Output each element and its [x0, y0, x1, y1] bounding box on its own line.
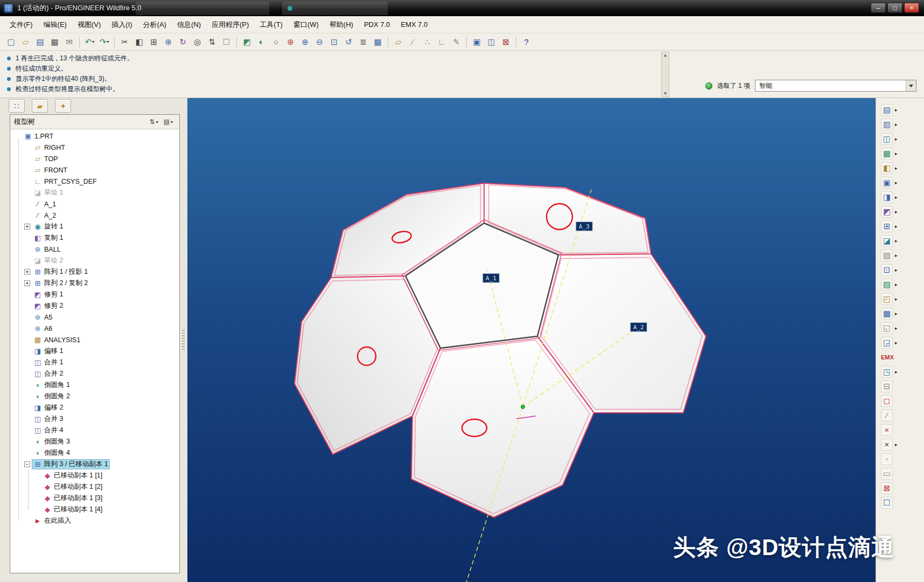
flyout-arrow-icon[interactable]: ▸	[895, 369, 898, 375]
undo-button[interactable]: ↶▾	[83, 36, 96, 48]
context-help-button[interactable]: ?	[520, 36, 533, 48]
tree-item[interactable]: ◩修剪 1	[10, 289, 179, 300]
new-file-button[interactable]: ▢	[4, 36, 18, 48]
right-tool-button[interactable]: ◻	[881, 395, 893, 407]
flyout-arrow-icon[interactable]: ▸	[895, 107, 898, 113]
tree-item[interactable]: ◫合并 3	[10, 413, 179, 425]
tree-item[interactable]: ►在此插入	[10, 515, 179, 526]
menu-item-11[interactable]: EMX 7.0	[395, 18, 433, 31]
shaded-view-button[interactable]: ◐	[255, 36, 268, 48]
axis-label-a3[interactable]: A_3	[576, 222, 592, 231]
tree-item[interactable]: ◆已移动副本 1 [4]	[10, 504, 179, 515]
tree-show-button[interactable]: ⇅▾	[147, 116, 161, 127]
datum-points-toggle-button[interactable]: ∴	[421, 36, 434, 48]
wireframe-view-button[interactable]: ○	[269, 36, 283, 48]
regenerate-button[interactable]: ↻	[176, 36, 190, 48]
flyout-arrow-icon[interactable]: ▸	[895, 282, 898, 287]
find-button[interactable]: ◎	[191, 36, 204, 48]
flyout-arrow-icon[interactable]: ▸	[895, 180, 898, 185]
right-tool-button[interactable]: ◲	[881, 337, 893, 349]
open-file-button[interactable]: ▱	[19, 36, 32, 48]
right-tool-button[interactable]: ⊟	[881, 380, 893, 392]
menu-item-1[interactable]: 编辑(E)	[38, 17, 72, 32]
tree-item[interactable]: ◧复制 1	[10, 232, 179, 244]
paste-button[interactable]: ⊞	[147, 36, 160, 48]
reorient-button[interactable]: ↺	[342, 36, 355, 48]
right-tool-button[interactable]: ⊠	[881, 482, 893, 494]
right-tool-button[interactable]: ◱	[881, 322, 893, 334]
tree-item[interactable]: ◫合并 2	[10, 368, 179, 379]
tree-item[interactable]: ∟PRT_CSYS_DEF	[10, 176, 179, 187]
tree-item[interactable]: ∕A_2	[10, 210, 179, 221]
panel-splitter[interactable]	[180, 98, 187, 582]
flyout-arrow-icon[interactable]: ▸	[895, 209, 898, 214]
right-tool-button[interactable]: ⊞	[881, 220, 893, 232]
tree-item[interactable]: +⊞阵列 1 / 投影 1	[10, 266, 179, 278]
menu-item-7[interactable]: 工具(T)	[254, 17, 288, 32]
flyout-arrow-icon[interactable]: ▸	[895, 151, 898, 156]
datum-planes-toggle-button[interactable]: ▱	[391, 36, 405, 48]
flyout-arrow-icon[interactable]: ▸	[895, 325, 898, 331]
flyout-arrow-icon[interactable]: ▸	[895, 136, 898, 142]
tree-item[interactable]: ▱FRONT	[10, 164, 179, 176]
tree-item[interactable]: ▦ANALYSIS1	[10, 334, 179, 345]
close-button[interactable]: ×	[904, 3, 919, 13]
zoom-out-button[interactable]: ⊖	[313, 36, 326, 48]
send-email-button[interactable]: ✉	[62, 36, 76, 48]
tree-item[interactable]: ◪草绘 2	[10, 255, 179, 266]
3d-model-canvas[interactable]: A_1 A_2 A_3	[187, 98, 876, 582]
right-tool-button[interactable]: ▭	[881, 468, 893, 480]
menu-item-10[interactable]: PDX 7.0	[359, 18, 395, 31]
save-button[interactable]: ▤	[33, 36, 47, 48]
tree-item[interactable]: ◫合并 4	[10, 425, 179, 436]
tree-item[interactable]: ⊛A6	[10, 323, 179, 334]
view-manager-button[interactable]: ▦	[371, 36, 384, 48]
model-tree-tab[interactable]: ∷	[9, 99, 25, 113]
splitter-handle[interactable]	[182, 330, 185, 350]
combo-dropdown-button[interactable]	[906, 80, 916, 91]
flyout-arrow-icon[interactable]: ▸	[895, 224, 898, 229]
menu-item-6[interactable]: 应用程序(P)	[206, 17, 254, 32]
folder-browser-tab[interactable]: ▰	[32, 99, 48, 113]
paste-special-button[interactable]: ⊕	[162, 36, 175, 48]
tree-item[interactable]: ▱RIGHT	[10, 142, 179, 153]
tree-item[interactable]: ◖倒圆角 4	[10, 447, 179, 459]
tree-settings-button[interactable]: ▤▾	[161, 116, 176, 127]
minimize-button[interactable]: –	[871, 3, 886, 13]
right-tool-button[interactable]: ◰	[881, 293, 893, 305]
tree-item[interactable]: ◆已移动副本 1 [3]	[10, 493, 179, 504]
right-tool-button[interactable]: ◳	[881, 366, 893, 378]
axis-label-a1[interactable]: A_1	[483, 274, 499, 282]
axis-label-a2[interactable]: A_2	[631, 323, 647, 331]
datum-axes-toggle-button[interactable]: ∕	[406, 36, 419, 48]
flyout-arrow-icon[interactable]: ▸	[895, 253, 898, 258]
tile-windows-button[interactable]: ◫	[485, 36, 498, 48]
sort-button[interactable]: ⇅	[205, 36, 219, 48]
new-window-button[interactable]: ▣	[470, 36, 484, 48]
tree-item[interactable]: ◪草绘 1	[10, 187, 179, 198]
right-tool-button[interactable]: ▦	[881, 148, 893, 160]
favorites-tab[interactable]: ✦	[55, 99, 71, 113]
flyout-arrow-icon[interactable]: ▸	[895, 122, 898, 127]
tree-item[interactable]: −⊞阵列 3 / 已移动副本 1	[10, 459, 179, 470]
right-tool-button[interactable]: ◧	[881, 162, 893, 174]
tree-item[interactable]: ◫合并 1	[10, 357, 179, 368]
tree-item[interactable]: +⊞阵列 2 / 复制 2	[10, 278, 179, 289]
tree-item[interactable]: ⊛A5	[10, 311, 179, 323]
right-tool-button[interactable]: ▨	[881, 279, 893, 290]
right-tool-button[interactable]: ◦	[881, 453, 893, 465]
tree-item[interactable]: ◨偏移 1	[10, 345, 179, 357]
tree-item[interactable]: ◖倒圆角 1	[10, 379, 179, 391]
tree-item[interactable]: ◆已移动副本 1 [2]	[10, 481, 179, 493]
right-tool-button[interactable]: ▤	[881, 104, 893, 116]
expand-toggle-icon[interactable]: −	[24, 461, 30, 467]
select-box-button[interactable]: ☐	[220, 36, 233, 48]
csys-toggle-button[interactable]: ∟	[435, 36, 449, 48]
annotations-toggle-button[interactable]: ✎	[450, 36, 463, 48]
tree-item[interactable]: +◉旋转 1	[10, 221, 179, 232]
close-window-button[interactable]: ⊠	[499, 36, 513, 48]
tree-item[interactable]: ◖倒圆角 2	[10, 391, 179, 402]
flyout-arrow-icon[interactable]: ▸	[895, 340, 898, 345]
spin-center-button[interactable]: ⊕	[284, 36, 297, 48]
tree-item[interactable]: ◩修剪 2	[10, 300, 179, 311]
